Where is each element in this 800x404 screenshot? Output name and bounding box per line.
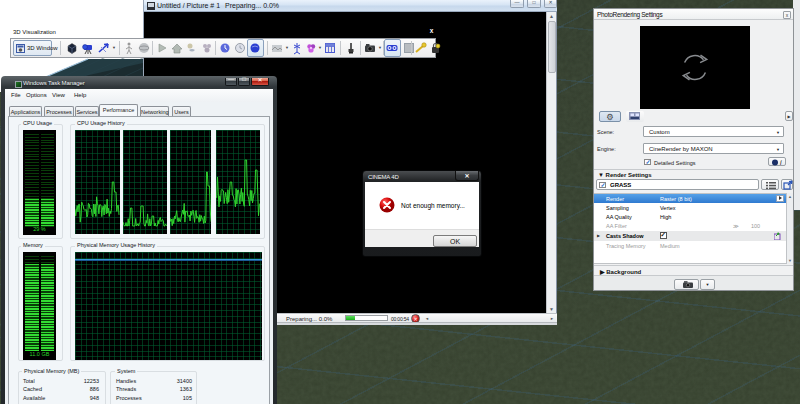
svg-text:i: i xyxy=(780,159,782,166)
